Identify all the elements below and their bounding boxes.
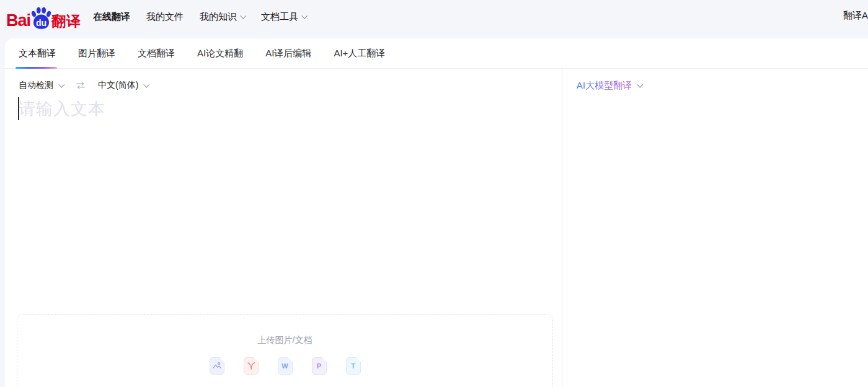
logo-text-bai: Bai [6,10,30,31]
chevron-down-icon [240,12,246,19]
active-tab-underline [16,67,57,69]
pdf-file-icon: 人 [244,357,259,375]
translate-mode-tabbar: 文本翻译 图片翻译 文档翻译 AI论文精翻 AI译后编辑 AI+人工翻译 [5,38,868,69]
logo-text-fanyi: 翻译 [51,11,81,31]
upload-title: 上传图片/文档 [17,335,552,346]
tab-ai-human-translate[interactable]: AI+人工翻译 [334,48,385,59]
tab-text-translate[interactable]: 文本翻译 [19,48,56,59]
engine-select[interactable]: AI大模型翻译 [577,77,642,94]
target-language-select[interactable]: 中文(简体) [98,80,148,91]
tab-image-translate[interactable]: 图片翻译 [78,48,115,59]
ppt-file-icon: P [312,357,327,375]
nav-item-doc-tools[interactable]: 文档工具 [261,11,306,23]
upload-dropzone[interactable]: 上传图片/文档 人 W P [17,314,553,387]
translator-card: 文本翻译 图片翻译 文档翻译 AI论文精翻 AI译后编辑 AI+人工翻译 自动检… [5,38,868,387]
txt-file-icon: T [346,357,361,375]
text-caret [18,97,19,120]
tab-document-translate[interactable]: 文档翻译 [138,48,175,59]
nav-item-my-files[interactable]: 我的文件 [146,11,184,23]
engine-label: AI大模型翻译 [577,80,632,92]
top-header: Bai du 翻译 在线翻译 我的文件 我的知识 文档工具 [0,0,868,33]
upload-filetype-icons: 人 W P T [17,357,552,375]
chevron-down-icon [301,12,308,19]
chevron-down-icon [637,81,643,87]
swap-languages-button[interactable] [76,81,86,90]
word-file-icon: W [278,357,293,375]
chevron-down-icon [144,81,150,87]
tab-ai-paper-translate[interactable]: AI论文精翻 [197,48,243,59]
baidu-translate-logo[interactable]: Bai du 翻译 [6,5,81,31]
input-placeholder: 请输入文本 [19,95,546,123]
chevron-down-icon [58,81,64,87]
source-language-select[interactable]: 自动检测 [19,80,63,91]
nav-item-translate-api[interactable]: 翻译API [843,10,868,22]
baidu-paw-icon: du [29,6,53,32]
nav-item-my-knowledge[interactable]: 我的知识 [200,11,245,23]
tab-ai-post-edit[interactable]: AI译后编辑 [265,48,311,59]
panel-divider [562,68,562,387]
swap-arrows-icon [76,81,86,90]
source-text-input[interactable]: 请输入文本 [19,95,546,309]
image-file-icon [210,357,224,375]
nav-item-online-translate[interactable]: 在线翻译 [93,11,130,23]
main-nav: 在线翻译 我的文件 我的知识 文档工具 [93,0,306,33]
svg-text:du: du [36,18,46,28]
language-selector-row: 自动检测 中文(简体) [19,77,148,94]
